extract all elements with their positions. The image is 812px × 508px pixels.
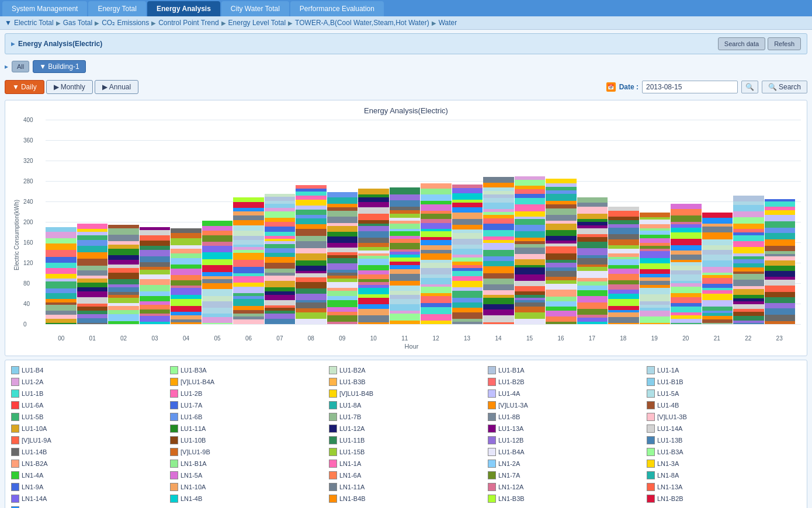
breadcrumb-control-point[interactable]: Control Point Trend bbox=[158, 19, 218, 27]
bar-segment bbox=[483, 256, 514, 261]
breadcrumb-gas-total[interactable]: Gas Total bbox=[63, 19, 92, 27]
bar-segment bbox=[483, 266, 514, 273]
section-expand-arrow[interactable]: ▸ bbox=[11, 40, 15, 48]
stacked-bar[interactable] bbox=[671, 204, 702, 325]
bar-segment bbox=[608, 280, 639, 284]
legend-color-box bbox=[170, 495, 178, 503]
breadcrumb-water[interactable]: Water bbox=[439, 19, 457, 27]
legend-color-box bbox=[647, 366, 655, 374]
all-button[interactable]: All bbox=[12, 61, 29, 72]
stacked-bar[interactable] bbox=[515, 175, 546, 324]
legend-item: LU1-4A bbox=[487, 388, 643, 399]
stacked-bar[interactable] bbox=[733, 196, 764, 325]
bar-segment bbox=[265, 281, 296, 287]
bar-segment bbox=[202, 221, 233, 226]
bar-segment bbox=[546, 179, 577, 183]
tab-system-management[interactable]: System Management bbox=[2, 1, 87, 16]
bar-segment bbox=[108, 298, 139, 303]
bar-segment bbox=[390, 194, 421, 200]
x-axis-labels: 0001020304050607080910111213141516171819… bbox=[46, 335, 795, 342]
legend-item: LU1-11B bbox=[328, 435, 484, 446]
stacked-bar[interactable] bbox=[140, 227, 171, 324]
tab-energy-total[interactable]: Energy Total bbox=[88, 1, 146, 16]
tab-performance-evaluation[interactable]: Performance Evaluation bbox=[290, 1, 384, 16]
calendar-button[interactable]: 🔍 bbox=[741, 81, 758, 93]
stacked-bar[interactable] bbox=[577, 197, 608, 324]
bar-segment bbox=[483, 218, 514, 224]
bar-segment bbox=[577, 309, 608, 314]
x-axis-label: 20 bbox=[670, 335, 701, 342]
breadcrumb-electric-total[interactable]: Electric Total bbox=[14, 19, 54, 27]
legend-label-text: LN1-12A bbox=[498, 483, 523, 490]
main-content: ▸ Energy Analysis(Electric) Search data … bbox=[0, 30, 812, 508]
building-1-button[interactable]: ▼ Building-1 bbox=[33, 60, 85, 73]
period-monthly[interactable]: ▶ Monthly bbox=[46, 80, 93, 94]
stacked-bar[interactable] bbox=[265, 194, 296, 324]
stacked-bar[interactable] bbox=[358, 188, 389, 324]
bar-segment bbox=[608, 269, 639, 274]
stacked-bar[interactable] bbox=[608, 207, 639, 324]
breadcrumb-tower[interactable]: TOWER-A,B(Cool Water,Steam,Hot Water) bbox=[295, 19, 429, 27]
bar-segment bbox=[546, 284, 577, 290]
tab-energy-analysis[interactable]: Energy Analysis bbox=[147, 1, 220, 16]
legend-grid: LU1-B4LU1-B3ALU1-B2ALU1-B1ALU1-1ALU1-2A[… bbox=[10, 365, 802, 508]
stacked-bar[interactable] bbox=[77, 224, 108, 324]
bar-segment bbox=[140, 262, 171, 267]
breadcrumb-co2[interactable]: CO₂ Emissions bbox=[102, 19, 149, 27]
bar-segment bbox=[296, 224, 327, 229]
legend-color-box bbox=[488, 483, 496, 491]
stacked-bar[interactable] bbox=[233, 197, 264, 324]
stacked-bar[interactable] bbox=[327, 192, 358, 324]
stacked-bar[interactable] bbox=[546, 179, 577, 324]
bar-segment bbox=[421, 201, 452, 205]
search-data-button[interactable]: Search data bbox=[718, 37, 765, 50]
stacked-bar[interactable] bbox=[108, 224, 139, 324]
legend-label-text: LU1-12A bbox=[339, 425, 365, 432]
legend-label-text: [V]LU1-3A bbox=[498, 402, 528, 409]
stacked-bar[interactable] bbox=[421, 183, 452, 325]
stacked-bar[interactable] bbox=[171, 228, 202, 325]
bar-segment bbox=[452, 207, 483, 213]
stacked-bar[interactable] bbox=[46, 227, 77, 324]
legend-item: LN1-6A bbox=[328, 470, 484, 481]
bar-segment bbox=[421, 253, 452, 260]
bar-segment bbox=[702, 218, 733, 224]
bar-segment bbox=[390, 214, 421, 218]
period-date-controls: ▼ Daily ▶ Monthly ▶ Annual 📅 Date : 🔍 🔍 … bbox=[5, 78, 807, 96]
bar-group bbox=[702, 120, 733, 324]
bar-segment bbox=[202, 235, 233, 242]
stacked-bar[interactable] bbox=[296, 185, 327, 324]
bar-segment bbox=[171, 315, 202, 319]
bar-segment bbox=[233, 287, 264, 293]
stacked-bar[interactable] bbox=[765, 199, 796, 324]
period-daily[interactable]: ▼ Daily bbox=[5, 80, 44, 94]
bar-segment bbox=[140, 305, 171, 309]
legend-label-text: LN1-3A bbox=[657, 460, 679, 467]
bar-segment bbox=[421, 189, 452, 194]
stacked-bar[interactable] bbox=[390, 187, 421, 325]
stacked-bar[interactable] bbox=[452, 185, 483, 324]
bar-segment bbox=[608, 220, 639, 224]
x-axis-label: 01 bbox=[77, 335, 107, 342]
stacked-bar[interactable] bbox=[640, 213, 671, 324]
refresh-button[interactable]: Refesh bbox=[768, 37, 801, 50]
legend-color-box bbox=[170, 471, 178, 479]
bar-group bbox=[546, 120, 577, 324]
legend-label-text: LN1-B3B bbox=[498, 495, 525, 502]
stacked-bar[interactable] bbox=[702, 213, 733, 324]
breadcrumb-energy-level[interactable]: Energy Level Total bbox=[228, 19, 286, 27]
bar-segment bbox=[421, 183, 452, 189]
date-input[interactable] bbox=[642, 81, 738, 93]
legend-item: LN1-B4B bbox=[328, 493, 484, 504]
tab-city-water-total[interactable]: City Water Total bbox=[221, 1, 289, 16]
period-annual[interactable]: ▶ Annual bbox=[95, 80, 138, 94]
bar-segment bbox=[733, 259, 764, 264]
bar-segment bbox=[233, 267, 264, 274]
legend-item: LU1-8A bbox=[328, 400, 484, 410]
stacked-bar[interactable] bbox=[202, 221, 233, 324]
bar-segment bbox=[390, 304, 421, 311]
legend-label-text: LN1-13A bbox=[657, 483, 682, 490]
bar-segment bbox=[608, 290, 639, 294]
stacked-bar[interactable] bbox=[483, 177, 514, 324]
search-button[interactable]: 🔍 Search bbox=[762, 81, 807, 93]
